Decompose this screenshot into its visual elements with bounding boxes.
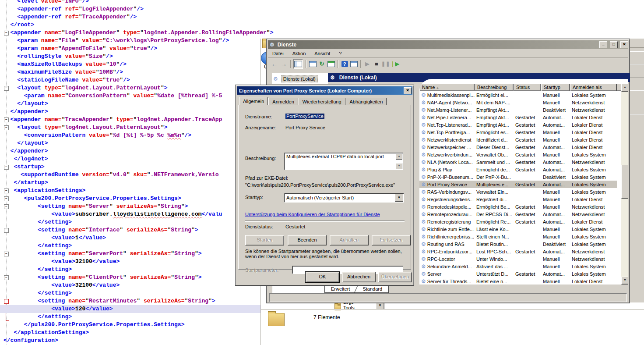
code-line: <value>32100</value> bbox=[4, 281, 120, 289]
scroll-down-icon[interactable]: ▼ bbox=[396, 163, 402, 169]
table-cell: ⚙NLA (Network Loca... bbox=[419, 159, 475, 165]
table-row[interactable]: ⚙Remoteprozedurau...Der RPCSS-Di...Gesta… bbox=[419, 210, 617, 218]
properties-icon[interactable] bbox=[309, 60, 317, 68]
apply-button[interactable]: Übernehmen bbox=[378, 272, 412, 282]
table-cell: Gestartet bbox=[514, 122, 541, 128]
start-params-label: Startparameter: bbox=[245, 267, 278, 273]
tab-wiederherstellung[interactable]: Wiederherstellung bbox=[299, 98, 345, 105]
menu-aktion[interactable]: Aktion bbox=[288, 50, 310, 57]
description-field[interactable]: Multiplexes external TCP/IP data on loca… bbox=[284, 153, 403, 170]
back-icon[interactable]: ← bbox=[271, 60, 278, 68]
table-row[interactable]: ⚙NLA (Network Loca...Sammelt und ...Gest… bbox=[419, 158, 617, 166]
table-cell: Ermöglicht Be... bbox=[475, 204, 514, 210]
table-row[interactable]: ⚙Netzwerkverbindun...Verwaltet Ob...Gest… bbox=[419, 151, 617, 158]
ok-button[interactable]: OK bbox=[306, 272, 339, 282]
dialog-title-bar[interactable]: Eigenschaften von Port Proxy Service (Lo… bbox=[237, 86, 412, 95]
forward-icon[interactable]: → bbox=[280, 60, 288, 68]
table-cell: Stellt einen N... bbox=[475, 234, 514, 239]
service-gear-icon: ⚙ bbox=[421, 107, 426, 113]
column-header-anmelden-als[interactable]: Anmelden als bbox=[570, 84, 617, 91]
startup-type-select[interactable]: Automatisch (Verzögerter Start) ▼ bbox=[284, 193, 404, 203]
scroll-down-icon[interactable]: ▼ bbox=[621, 277, 628, 285]
code-line: <layout type="log4net.Layout.PatternLayo… bbox=[4, 124, 168, 132]
service-gear-icon: ⚙ bbox=[421, 144, 426, 150]
maximize-icon[interactable]: □ bbox=[610, 41, 618, 48]
table-row[interactable]: ⚙Net.Msmq-Listener...Empfängt Akt...Deak… bbox=[419, 106, 617, 114]
table-cell: Netzwerkdienst bbox=[570, 204, 617, 210]
cancel-button[interactable]: Abbrechen bbox=[342, 272, 376, 282]
close-icon[interactable]: ✕ bbox=[620, 41, 628, 48]
description-icon[interactable] bbox=[350, 60, 358, 68]
stop-service-icon[interactable]: ■ bbox=[373, 60, 380, 68]
table-row[interactable]: ⚙Server für Threads...Bietet eine n...Ma… bbox=[419, 277, 617, 285]
table-row[interactable]: ⚙RAS-Verbindungsv...Verwaltet Ein...Manu… bbox=[419, 188, 617, 196]
table-row[interactable]: ⚙Sekundäre Anmeld...Aktiviert das ...Man… bbox=[419, 263, 617, 270]
table-cell: Manuell bbox=[541, 234, 570, 239]
tree-item-dienste-lokal[interactable]: ⚙ Dienste (Lokal) bbox=[272, 73, 328, 84]
code-line: <setting name="ServerPort" serializeAs="… bbox=[4, 250, 202, 258]
dialog-title: Eigenschaften von Port Proxy Service (Lo… bbox=[239, 88, 372, 93]
show-console-tree-icon[interactable] bbox=[293, 59, 303, 69]
tab-standard[interactable]: Standard bbox=[356, 286, 388, 292]
code-line: <level value="INFO"/> bbox=[4, 0, 89, 5]
tab-erweitert[interactable]: Erweitert bbox=[325, 286, 356, 292]
help-icon[interactable]: ? bbox=[341, 60, 348, 68]
title-bar[interactable]: ⚙ Dienste _ □ ✕ bbox=[268, 40, 628, 49]
table-row[interactable]: ⚙Registrierungsdiens...Registriert di...… bbox=[419, 196, 617, 203]
start-button[interactable]: Starten bbox=[245, 235, 284, 245]
table-row[interactable]: ⚙Netzwerkspeicher-...Dieser Dienst...Ges… bbox=[419, 143, 617, 151]
close-icon[interactable]: ✕ bbox=[404, 87, 412, 94]
code-line: <puls200.PortProxyService.Properties.Set… bbox=[4, 195, 181, 203]
table-row[interactable]: ⚙PnP-X-IP-Busenum...Der PnP-X-Bu...Deakt… bbox=[419, 173, 617, 181]
table-row[interactable]: ⚙Net.Tcp-Portfreiga...Ermöglicht es...Ge… bbox=[419, 128, 617, 136]
code-line: <staticLogFileName value="true"/> bbox=[4, 76, 130, 84]
scrollbar[interactable]: ▲ ▼ bbox=[621, 84, 628, 285]
tab-page: Dienstname: PortProxyService Anzeigename… bbox=[238, 105, 411, 270]
pause-button[interactable]: Anhalten bbox=[330, 235, 369, 245]
table-row[interactable]: ⚙Remotedesktopdie...Ermöglicht Be...Gest… bbox=[419, 203, 617, 210]
table-row[interactable]: ⚙Richtlinienergebniss...Stellt einen N..… bbox=[419, 233, 617, 240]
restart-service-icon[interactable]: ❘▶ bbox=[391, 60, 399, 68]
export-list-icon[interactable] bbox=[327, 60, 335, 68]
column-header-name[interactable]: Name ▲ bbox=[419, 84, 475, 91]
table-row[interactable]: ⚙Net.Tcp-Listenerad...Empfängt Akt...Ges… bbox=[419, 121, 617, 128]
screen: <level value="INFO"/> <appender-ref ref=… bbox=[0, 0, 644, 345]
refresh-icon[interactable]: ↻ bbox=[318, 60, 326, 68]
pause-service-icon[interactable]: ❚❚ bbox=[382, 60, 390, 68]
table-row[interactable]: ⚙NetzwerklistendienstIdentifiziert d...G… bbox=[419, 136, 617, 143]
filter-box[interactable] bbox=[272, 286, 327, 293]
tab-anmelden[interactable]: Anmelden bbox=[268, 98, 298, 105]
menu-datei[interactable]: Datei bbox=[268, 50, 288, 57]
table-row[interactable]: ⚙Plug & PlayErmöglicht de...GestartetAut… bbox=[419, 166, 617, 173]
column-header-beschreibung[interactable]: Beschreibung bbox=[475, 84, 514, 91]
scroll-up-icon[interactable]: ▲ bbox=[621, 84, 628, 92]
table-cell: Gestartet bbox=[514, 271, 541, 277]
table-row[interactable]: ⚙RemoteregistrierungErmöglicht Re...Gest… bbox=[419, 218, 617, 225]
table-row[interactable]: ⚙Multimediaklassenpl...Ermöglicht ei...M… bbox=[419, 91, 617, 99]
table-row[interactable]: ⚙Net.Pipe-Listenera...Empfängt Akt...Ges… bbox=[419, 114, 617, 121]
service-name-value[interactable]: PortProxyService bbox=[285, 114, 324, 119]
table-cell: Automat... bbox=[541, 115, 570, 120]
menu-ansicht[interactable]: Ansicht bbox=[310, 50, 334, 57]
table-row[interactable]: ⚙RPC-Endpunktzuor...Löst RPC-Sch...Gesta… bbox=[419, 248, 617, 255]
table-row[interactable]: ⚙Richtlinie zum Entfe...Lässt eine Ko...… bbox=[419, 225, 617, 233]
list-item[interactable]: Tools bbox=[334, 305, 355, 311]
tab-allgemein[interactable]: Allgemein bbox=[239, 97, 268, 105]
table-row[interactable]: ⚙Routing und RASBietet Routin...Deaktivi… bbox=[419, 240, 617, 248]
service-gear-icon: ⚙ bbox=[421, 211, 426, 217]
resume-button[interactable]: Fortsetzen bbox=[372, 235, 411, 245]
table-row[interactable]: ⚙Port Proxy ServiceMultiplexes e...Gesta… bbox=[419, 181, 617, 188]
start-service-icon[interactable]: ▶ bbox=[363, 60, 371, 68]
table-row[interactable]: ⚙ServerUnterstützt D...GestartetAutomat.… bbox=[419, 270, 617, 277]
startup-options-help-link[interactable]: Unterstützung beim Konfigurieren der Sta… bbox=[245, 212, 380, 217]
table-row[interactable]: ⚙NAP-Agent (Netwo...Mit dem NAP-...Manue… bbox=[419, 99, 617, 106]
tab-abhaengigkeiten[interactable]: Abhängigkeiten bbox=[346, 98, 387, 105]
minimize-icon[interactable]: _ bbox=[599, 41, 607, 48]
stop-button[interactable]: Beenden bbox=[288, 235, 327, 245]
table-row[interactable]: ⚙RPC-LocatorUnter Windo...ManuellNetzwer… bbox=[419, 255, 617, 263]
column-header-starttyp[interactable]: Starttyp bbox=[541, 84, 570, 91]
menu-help[interactable]: ? bbox=[334, 50, 346, 57]
scroll-up-icon[interactable]: ▲ bbox=[396, 153, 402, 160]
scrollbar-thumb[interactable] bbox=[621, 165, 628, 199]
column-header-status[interactable]: Status bbox=[514, 84, 541, 91]
